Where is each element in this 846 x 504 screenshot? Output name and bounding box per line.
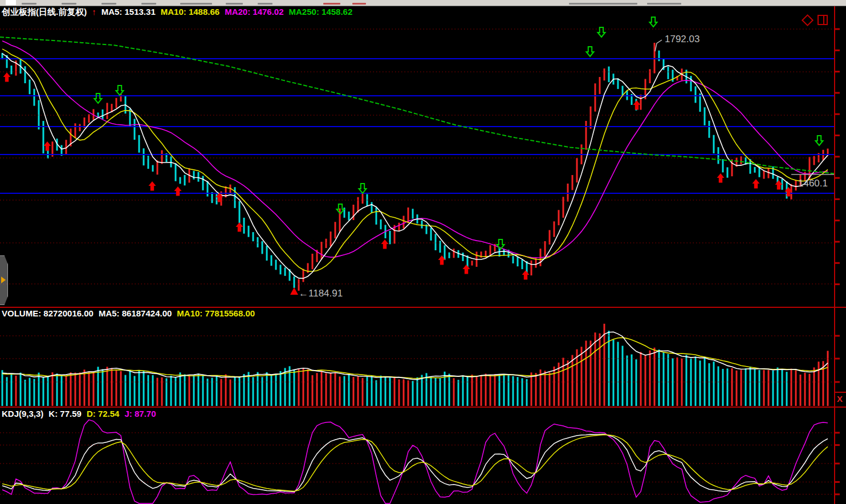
buy-arrow-icon xyxy=(463,265,470,274)
ma5-value: MA5: 1513.31 xyxy=(101,7,156,17)
up-arrow-icon: ↑ xyxy=(92,7,96,17)
split-window-icon[interactable] xyxy=(817,15,828,25)
sell-arrow-icon xyxy=(597,27,605,37)
ma10-line xyxy=(2,49,828,271)
kdj-j-line xyxy=(2,420,828,503)
ma20-line xyxy=(2,41,828,258)
volume-ma10-value: MA10: 77815568.00 xyxy=(177,308,255,318)
buy-arrow-icon xyxy=(752,179,759,189)
frame-lines xyxy=(0,6,846,504)
buy-arrow-icon xyxy=(633,100,640,110)
sell-arrow-icon xyxy=(815,136,823,145)
ma250-value: MA250: 1458.62 xyxy=(289,7,353,17)
candles-layer xyxy=(2,43,828,291)
ma10-value: MA10: 1488.66 xyxy=(161,7,219,17)
buy-arrow-icon xyxy=(3,72,10,82)
kdj-k-line xyxy=(2,434,828,491)
ma20-value: MA20: 1476.02 xyxy=(225,7,283,17)
kdj-lines xyxy=(2,420,828,503)
kdj-panel-header: KDJ(9,3,3)K: 77.59D: 72.54J: 87.70 xyxy=(2,409,161,418)
volume-panel-header: VOLUME: 82720016.00MA5: 86187424.00MA10:… xyxy=(2,308,260,318)
sell-arrow-icon xyxy=(586,47,593,56)
chart-canvas[interactable]: 1792.03←1184.911460.1 xyxy=(0,0,846,504)
kdj-k-value: K: 77.59 xyxy=(48,409,82,418)
main-gridlines xyxy=(0,29,835,284)
buy-arrow-icon xyxy=(43,141,51,151)
diamond-icon[interactable] xyxy=(802,14,814,26)
sell-arrow-icon xyxy=(359,184,367,193)
ma5-line xyxy=(2,54,828,278)
buy-arrow-icon xyxy=(236,222,243,232)
sidebar-expand-tab[interactable] xyxy=(0,255,8,305)
current-price-label: 1460.1 xyxy=(798,178,828,189)
window-controls xyxy=(803,15,828,25)
sell-arrow-icon xyxy=(95,94,102,103)
buy-arrow-icon xyxy=(522,270,530,280)
expand-arrow-icon xyxy=(1,277,6,283)
sell-arrow-icon xyxy=(649,17,657,27)
sell-arrow-icon xyxy=(116,86,124,95)
buy-arrow-icon xyxy=(149,181,156,191)
buy-arrow-icon xyxy=(174,186,182,196)
panel-close-button[interactable]: X xyxy=(837,395,843,403)
low-price-label: ←1184.91 xyxy=(299,288,343,299)
buy-arrow-icon xyxy=(381,239,389,249)
signal-arrows xyxy=(3,17,823,280)
kdj-d-value: D: 72.54 xyxy=(87,409,120,418)
kdj-title: KDJ(9,3,3) xyxy=(2,409,43,418)
main-chart-header: 创业板指(日线.前复权)↑MA5: 1513.31MA10: 1488.66MA… xyxy=(2,7,357,18)
buy-arrow-icon xyxy=(717,173,724,183)
volume-ma5-value: MA5: 86187424.00 xyxy=(99,308,172,318)
annotations: 1792.03←1184.911460.1 xyxy=(290,34,835,299)
kdj-j-value: J: 87.70 xyxy=(124,409,156,418)
high-price-label: 1792.03 xyxy=(665,34,699,44)
chart-title: 创业板指(日线.前复权) xyxy=(2,7,87,17)
app-window: 1792.03←1184.911460.1 创业板指(日线.前复权)↑MA5: … xyxy=(0,0,846,504)
kdj-d-line xyxy=(2,435,828,491)
volume-value: VOLUME: 82720016.00 xyxy=(2,308,93,318)
